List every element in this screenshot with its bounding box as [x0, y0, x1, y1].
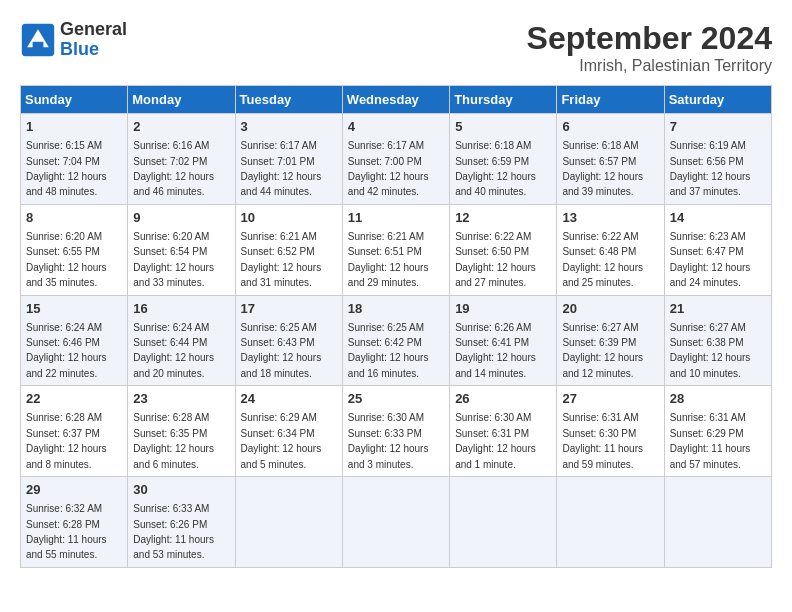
- day-info: Sunrise: 6:17 AMSunset: 7:01 PMDaylight:…: [241, 140, 322, 197]
- day-info: Sunrise: 6:29 AMSunset: 6:34 PMDaylight:…: [241, 412, 322, 469]
- calendar-cell: [450, 477, 557, 568]
- day-of-week-header: Thursday: [450, 86, 557, 114]
- day-info: Sunrise: 6:21 AMSunset: 6:52 PMDaylight:…: [241, 231, 322, 288]
- day-number: 21: [670, 300, 766, 318]
- calendar-cell: 7 Sunrise: 6:19 AMSunset: 6:56 PMDayligh…: [664, 114, 771, 205]
- day-number: 10: [241, 209, 337, 227]
- day-info: Sunrise: 6:17 AMSunset: 7:00 PMDaylight:…: [348, 140, 429, 197]
- calendar-cell: [235, 477, 342, 568]
- calendar-cell: 25 Sunrise: 6:30 AMSunset: 6:33 PMDaylig…: [342, 386, 449, 477]
- day-of-week-header: Wednesday: [342, 86, 449, 114]
- day-number: 6: [562, 118, 658, 136]
- calendar-cell: 5 Sunrise: 6:18 AMSunset: 6:59 PMDayligh…: [450, 114, 557, 205]
- month-title: September 2024: [527, 20, 772, 57]
- day-info: Sunrise: 6:33 AMSunset: 6:26 PMDaylight:…: [133, 503, 214, 560]
- calendar-cell: 15 Sunrise: 6:24 AMSunset: 6:46 PMDaylig…: [21, 295, 128, 386]
- day-number: 9: [133, 209, 229, 227]
- calendar-cell: 4 Sunrise: 6:17 AMSunset: 7:00 PMDayligh…: [342, 114, 449, 205]
- calendar-cell: 11 Sunrise: 6:21 AMSunset: 6:51 PMDaylig…: [342, 204, 449, 295]
- calendar-cell: 22 Sunrise: 6:28 AMSunset: 6:37 PMDaylig…: [21, 386, 128, 477]
- calendar-table: SundayMondayTuesdayWednesdayThursdayFrid…: [20, 85, 772, 568]
- day-number: 27: [562, 390, 658, 408]
- day-number: 22: [26, 390, 122, 408]
- calendar-cell: 28 Sunrise: 6:31 AMSunset: 6:29 PMDaylig…: [664, 386, 771, 477]
- day-info: Sunrise: 6:31 AMSunset: 6:30 PMDaylight:…: [562, 412, 643, 469]
- title-area: September 2024 Imrish, Palestinian Terri…: [527, 20, 772, 75]
- day-of-week-header: Sunday: [21, 86, 128, 114]
- day-info: Sunrise: 6:22 AMSunset: 6:48 PMDaylight:…: [562, 231, 643, 288]
- day-number: 30: [133, 481, 229, 499]
- day-number: 29: [26, 481, 122, 499]
- day-info: Sunrise: 6:30 AMSunset: 6:33 PMDaylight:…: [348, 412, 429, 469]
- day-info: Sunrise: 6:26 AMSunset: 6:41 PMDaylight:…: [455, 322, 536, 379]
- calendar-cell: 20 Sunrise: 6:27 AMSunset: 6:39 PMDaylig…: [557, 295, 664, 386]
- day-info: Sunrise: 6:21 AMSunset: 6:51 PMDaylight:…: [348, 231, 429, 288]
- calendar-cell: 21 Sunrise: 6:27 AMSunset: 6:38 PMDaylig…: [664, 295, 771, 386]
- day-of-week-header: Monday: [128, 86, 235, 114]
- day-info: Sunrise: 6:20 AMSunset: 6:55 PMDaylight:…: [26, 231, 107, 288]
- calendar-cell: 14 Sunrise: 6:23 AMSunset: 6:47 PMDaylig…: [664, 204, 771, 295]
- calendar-cell: 19 Sunrise: 6:26 AMSunset: 6:41 PMDaylig…: [450, 295, 557, 386]
- calendar-cell: 29 Sunrise: 6:32 AMSunset: 6:28 PMDaylig…: [21, 477, 128, 568]
- calendar-cell: 8 Sunrise: 6:20 AMSunset: 6:55 PMDayligh…: [21, 204, 128, 295]
- calendar-cell: 26 Sunrise: 6:30 AMSunset: 6:31 PMDaylig…: [450, 386, 557, 477]
- day-number: 26: [455, 390, 551, 408]
- day-number: 1: [26, 118, 122, 136]
- day-info: Sunrise: 6:16 AMSunset: 7:02 PMDaylight:…: [133, 140, 214, 197]
- day-number: 2: [133, 118, 229, 136]
- day-number: 4: [348, 118, 444, 136]
- day-info: Sunrise: 6:30 AMSunset: 6:31 PMDaylight:…: [455, 412, 536, 469]
- calendar-cell: 3 Sunrise: 6:17 AMSunset: 7:01 PMDayligh…: [235, 114, 342, 205]
- day-number: 23: [133, 390, 229, 408]
- day-number: 15: [26, 300, 122, 318]
- calendar-cell: 1 Sunrise: 6:15 AMSunset: 7:04 PMDayligh…: [21, 114, 128, 205]
- day-info: Sunrise: 6:23 AMSunset: 6:47 PMDaylight:…: [670, 231, 751, 288]
- day-number: 13: [562, 209, 658, 227]
- calendar-cell: 17 Sunrise: 6:25 AMSunset: 6:43 PMDaylig…: [235, 295, 342, 386]
- day-info: Sunrise: 6:24 AMSunset: 6:44 PMDaylight:…: [133, 322, 214, 379]
- logo: General Blue: [20, 20, 127, 60]
- svg-rect-2: [33, 42, 44, 49]
- day-number: 12: [455, 209, 551, 227]
- day-number: 19: [455, 300, 551, 318]
- day-info: Sunrise: 6:28 AMSunset: 6:35 PMDaylight:…: [133, 412, 214, 469]
- day-number: 3: [241, 118, 337, 136]
- logo-icon: [20, 22, 56, 58]
- location-subtitle: Imrish, Palestinian Territory: [527, 57, 772, 75]
- day-info: Sunrise: 6:25 AMSunset: 6:43 PMDaylight:…: [241, 322, 322, 379]
- day-number: 5: [455, 118, 551, 136]
- calendar-cell: 9 Sunrise: 6:20 AMSunset: 6:54 PMDayligh…: [128, 204, 235, 295]
- day-info: Sunrise: 6:15 AMSunset: 7:04 PMDaylight:…: [26, 140, 107, 197]
- day-of-week-header: Saturday: [664, 86, 771, 114]
- calendar-cell: 16 Sunrise: 6:24 AMSunset: 6:44 PMDaylig…: [128, 295, 235, 386]
- day-info: Sunrise: 6:24 AMSunset: 6:46 PMDaylight:…: [26, 322, 107, 379]
- calendar-cell: 23 Sunrise: 6:28 AMSunset: 6:35 PMDaylig…: [128, 386, 235, 477]
- header: General Blue September 2024 Imrish, Pale…: [20, 20, 772, 75]
- day-of-week-header: Friday: [557, 86, 664, 114]
- calendar-cell: 2 Sunrise: 6:16 AMSunset: 7:02 PMDayligh…: [128, 114, 235, 205]
- calendar-cell: 18 Sunrise: 6:25 AMSunset: 6:42 PMDaylig…: [342, 295, 449, 386]
- day-info: Sunrise: 6:32 AMSunset: 6:28 PMDaylight:…: [26, 503, 107, 560]
- day-number: 24: [241, 390, 337, 408]
- calendar-cell: 27 Sunrise: 6:31 AMSunset: 6:30 PMDaylig…: [557, 386, 664, 477]
- calendar-cell: 24 Sunrise: 6:29 AMSunset: 6:34 PMDaylig…: [235, 386, 342, 477]
- day-info: Sunrise: 6:18 AMSunset: 6:59 PMDaylight:…: [455, 140, 536, 197]
- day-number: 20: [562, 300, 658, 318]
- day-number: 11: [348, 209, 444, 227]
- day-info: Sunrise: 6:18 AMSunset: 6:57 PMDaylight:…: [562, 140, 643, 197]
- day-number: 18: [348, 300, 444, 318]
- day-info: Sunrise: 6:27 AMSunset: 6:38 PMDaylight:…: [670, 322, 751, 379]
- day-info: Sunrise: 6:27 AMSunset: 6:39 PMDaylight:…: [562, 322, 643, 379]
- day-of-week-header: Tuesday: [235, 86, 342, 114]
- calendar-cell: 10 Sunrise: 6:21 AMSunset: 6:52 PMDaylig…: [235, 204, 342, 295]
- day-number: 17: [241, 300, 337, 318]
- day-info: Sunrise: 6:19 AMSunset: 6:56 PMDaylight:…: [670, 140, 751, 197]
- day-info: Sunrise: 6:20 AMSunset: 6:54 PMDaylight:…: [133, 231, 214, 288]
- day-number: 7: [670, 118, 766, 136]
- calendar-cell: [664, 477, 771, 568]
- day-number: 25: [348, 390, 444, 408]
- day-number: 14: [670, 209, 766, 227]
- calendar-cell: 13 Sunrise: 6:22 AMSunset: 6:48 PMDaylig…: [557, 204, 664, 295]
- day-info: Sunrise: 6:31 AMSunset: 6:29 PMDaylight:…: [670, 412, 751, 469]
- day-info: Sunrise: 6:25 AMSunset: 6:42 PMDaylight:…: [348, 322, 429, 379]
